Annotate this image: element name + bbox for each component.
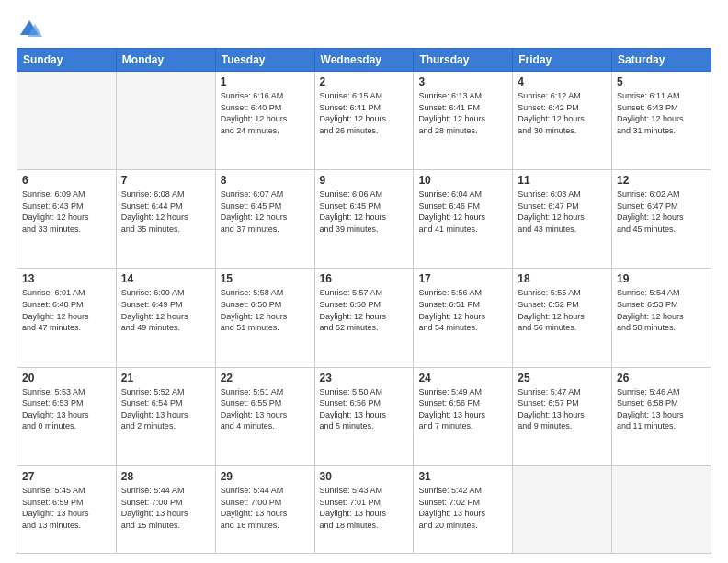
day-header-sunday: Sunday <box>17 49 117 72</box>
day-header-thursday: Thursday <box>414 49 513 72</box>
calendar-cell: 20Sunrise: 5:53 AM Sunset: 6:53 PM Dayli… <box>17 367 117 465</box>
day-info: Sunrise: 6:00 AM Sunset: 6:49 PM Dayligh… <box>121 287 210 333</box>
day-info: Sunrise: 5:55 AM Sunset: 6:52 PM Dayligh… <box>518 287 607 333</box>
calendar-cell: 30Sunrise: 5:43 AM Sunset: 7:01 PM Dayli… <box>314 465 414 553</box>
calendar-cell <box>513 465 612 553</box>
calendar-cell: 2Sunrise: 6:15 AM Sunset: 6:41 PM Daylig… <box>314 72 414 170</box>
week-row-2: 13Sunrise: 6:01 AM Sunset: 6:48 PM Dayli… <box>17 269 711 367</box>
calendar-cell: 18Sunrise: 5:55 AM Sunset: 6:52 PM Dayli… <box>513 269 612 367</box>
logo-icon <box>17 17 42 42</box>
calendar-cell: 25Sunrise: 5:47 AM Sunset: 6:57 PM Dayli… <box>513 367 612 465</box>
day-info: Sunrise: 5:42 AM Sunset: 7:02 PM Dayligh… <box>418 485 507 531</box>
day-number: 20 <box>22 372 111 385</box>
calendar-cell: 17Sunrise: 5:56 AM Sunset: 6:51 PM Dayli… <box>414 269 513 367</box>
day-number: 3 <box>418 75 507 88</box>
calendar-cell: 12Sunrise: 6:02 AM Sunset: 6:47 PM Dayli… <box>612 170 711 269</box>
day-number: 15 <box>221 272 310 285</box>
day-header-wednesday: Wednesday <box>314 49 414 72</box>
day-number: 11 <box>518 174 607 187</box>
logo <box>17 17 44 42</box>
day-number: 4 <box>518 75 607 88</box>
day-info: Sunrise: 5:47 AM Sunset: 6:57 PM Dayligh… <box>518 386 607 432</box>
calendar-cell: 21Sunrise: 5:52 AM Sunset: 6:54 PM Dayli… <box>116 367 215 465</box>
day-info: Sunrise: 6:15 AM Sunset: 6:41 PM Dayligh… <box>320 90 409 136</box>
week-row-4: 27Sunrise: 5:45 AM Sunset: 6:59 PM Dayli… <box>17 465 711 553</box>
day-number: 31 <box>418 470 507 483</box>
day-info: Sunrise: 6:13 AM Sunset: 6:41 PM Dayligh… <box>418 90 507 136</box>
day-info: Sunrise: 5:53 AM Sunset: 6:53 PM Dayligh… <box>22 386 111 432</box>
day-info: Sunrise: 6:04 AM Sunset: 6:46 PM Dayligh… <box>418 189 507 235</box>
day-info: Sunrise: 6:02 AM Sunset: 6:47 PM Dayligh… <box>617 189 706 235</box>
day-info: Sunrise: 6:01 AM Sunset: 6:48 PM Dayligh… <box>22 287 111 333</box>
calendar-cell: 6Sunrise: 6:09 AM Sunset: 6:43 PM Daylig… <box>17 170 117 269</box>
day-info: Sunrise: 6:03 AM Sunset: 6:47 PM Dayligh… <box>518 189 607 235</box>
day-info: Sunrise: 5:49 AM Sunset: 6:56 PM Dayligh… <box>418 386 507 432</box>
day-info: Sunrise: 5:46 AM Sunset: 6:58 PM Dayligh… <box>617 386 706 432</box>
day-number: 5 <box>617 75 706 88</box>
day-info: Sunrise: 5:56 AM Sunset: 6:51 PM Dayligh… <box>418 287 507 333</box>
page: SundayMondayTuesdayWednesdayThursdayFrid… <box>0 0 728 563</box>
day-info: Sunrise: 6:16 AM Sunset: 6:40 PM Dayligh… <box>221 90 310 136</box>
day-info: Sunrise: 6:09 AM Sunset: 6:43 PM Dayligh… <box>22 189 111 235</box>
day-number: 16 <box>320 272 409 285</box>
day-info: Sunrise: 6:06 AM Sunset: 6:45 PM Dayligh… <box>320 189 409 235</box>
day-number: 14 <box>121 272 210 285</box>
calendar-cell: 11Sunrise: 6:03 AM Sunset: 6:47 PM Dayli… <box>513 170 612 269</box>
day-header-tuesday: Tuesday <box>215 49 314 72</box>
calendar-cell: 1Sunrise: 6:16 AM Sunset: 6:40 PM Daylig… <box>215 72 314 170</box>
day-number: 27 <box>22 470 111 483</box>
calendar-cell: 26Sunrise: 5:46 AM Sunset: 6:58 PM Dayli… <box>612 367 711 465</box>
day-number: 2 <box>320 75 409 88</box>
day-info: Sunrise: 5:50 AM Sunset: 6:56 PM Dayligh… <box>320 386 409 432</box>
calendar-cell: 3Sunrise: 6:13 AM Sunset: 6:41 PM Daylig… <box>414 72 513 170</box>
day-info: Sunrise: 6:12 AM Sunset: 6:42 PM Dayligh… <box>518 90 607 136</box>
day-info: Sunrise: 5:51 AM Sunset: 6:55 PM Dayligh… <box>221 386 310 432</box>
week-row-1: 6Sunrise: 6:09 AM Sunset: 6:43 PM Daylig… <box>17 170 711 269</box>
calendar-cell: 13Sunrise: 6:01 AM Sunset: 6:48 PM Dayli… <box>17 269 117 367</box>
calendar-cell: 15Sunrise: 5:58 AM Sunset: 6:50 PM Dayli… <box>215 269 314 367</box>
day-number: 1 <box>221 75 310 88</box>
day-info: Sunrise: 5:45 AM Sunset: 6:59 PM Dayligh… <box>22 485 111 531</box>
day-header-monday: Monday <box>116 49 215 72</box>
day-info: Sunrise: 6:07 AM Sunset: 6:45 PM Dayligh… <box>221 189 310 235</box>
calendar-cell: 23Sunrise: 5:50 AM Sunset: 6:56 PM Dayli… <box>314 367 414 465</box>
calendar-cell <box>116 72 215 170</box>
day-info: Sunrise: 6:11 AM Sunset: 6:43 PM Dayligh… <box>617 90 706 136</box>
calendar-cell: 31Sunrise: 5:42 AM Sunset: 7:02 PM Dayli… <box>414 465 513 553</box>
day-number: 22 <box>221 372 310 385</box>
day-header-friday: Friday <box>513 49 612 72</box>
day-number: 19 <box>617 272 706 285</box>
day-info: Sunrise: 5:44 AM Sunset: 7:00 PM Dayligh… <box>121 485 210 531</box>
day-number: 17 <box>418 272 507 285</box>
calendar-cell: 4Sunrise: 6:12 AM Sunset: 6:42 PM Daylig… <box>513 72 612 170</box>
calendar-cell: 5Sunrise: 6:11 AM Sunset: 6:43 PM Daylig… <box>612 72 711 170</box>
calendar-cell: 22Sunrise: 5:51 AM Sunset: 6:55 PM Dayli… <box>215 367 314 465</box>
day-info: Sunrise: 5:43 AM Sunset: 7:01 PM Dayligh… <box>320 485 409 531</box>
calendar-cell <box>17 72 117 170</box>
calendar-cell: 8Sunrise: 6:07 AM Sunset: 6:45 PM Daylig… <box>215 170 314 269</box>
calendar-cell <box>612 465 711 553</box>
day-info: Sunrise: 5:58 AM Sunset: 6:50 PM Dayligh… <box>221 287 310 333</box>
day-info: Sunrise: 5:57 AM Sunset: 6:50 PM Dayligh… <box>320 287 409 333</box>
day-number: 28 <box>121 470 210 483</box>
day-number: 26 <box>617 372 706 385</box>
day-number: 24 <box>418 372 507 385</box>
day-info: Sunrise: 6:08 AM Sunset: 6:44 PM Dayligh… <box>121 189 210 235</box>
calendar-cell: 27Sunrise: 5:45 AM Sunset: 6:59 PM Dayli… <box>17 465 117 553</box>
day-header-saturday: Saturday <box>612 49 711 72</box>
calendar-cell: 28Sunrise: 5:44 AM Sunset: 7:00 PM Dayli… <box>116 465 215 553</box>
calendar-header-row: SundayMondayTuesdayWednesdayThursdayFrid… <box>17 49 711 72</box>
day-number: 10 <box>418 174 507 187</box>
day-number: 8 <box>221 174 310 187</box>
day-number: 7 <box>121 174 210 187</box>
calendar-cell: 29Sunrise: 5:44 AM Sunset: 7:00 PM Dayli… <box>215 465 314 553</box>
week-row-3: 20Sunrise: 5:53 AM Sunset: 6:53 PM Dayli… <box>17 367 711 465</box>
calendar-table: SundayMondayTuesdayWednesdayThursdayFrid… <box>17 48 711 554</box>
day-number: 25 <box>518 372 607 385</box>
calendar-cell: 9Sunrise: 6:06 AM Sunset: 6:45 PM Daylig… <box>314 170 414 269</box>
day-number: 6 <box>22 174 111 187</box>
calendar-cell: 16Sunrise: 5:57 AM Sunset: 6:50 PM Dayli… <box>314 269 414 367</box>
week-row-0: 1Sunrise: 6:16 AM Sunset: 6:40 PM Daylig… <box>17 72 711 170</box>
day-number: 18 <box>518 272 607 285</box>
calendar-cell: 24Sunrise: 5:49 AM Sunset: 6:56 PM Dayli… <box>414 367 513 465</box>
